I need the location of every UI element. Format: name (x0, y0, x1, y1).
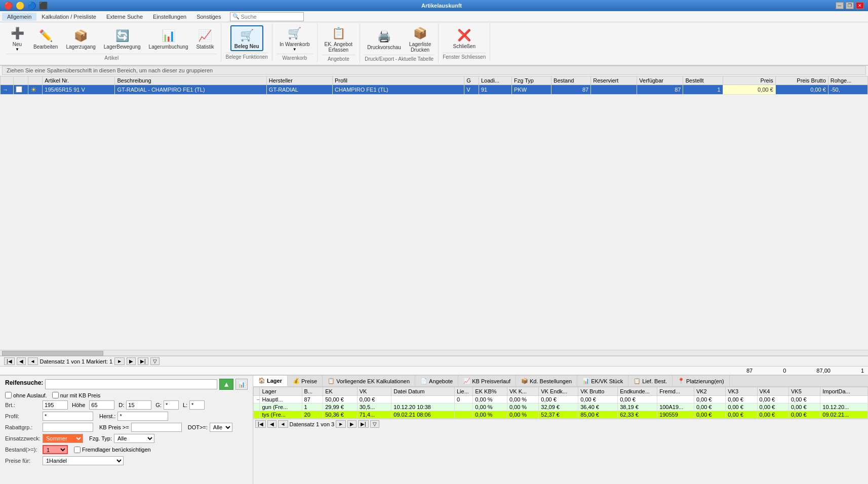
detail-first-button[interactable]: |◀ (255, 420, 266, 428)
reifensuche-input[interactable] (45, 379, 217, 389)
einsatzzweck-select[interactable]: Sommer Winter Alle (43, 434, 83, 443)
search-go-button[interactable]: ▲ (219, 379, 233, 390)
preise-select[interactable]: 1Handel 2Handel (43, 456, 124, 465)
dot-select[interactable]: Alle (210, 423, 232, 432)
ribbon-bearbeiten-button[interactable]: ✏️ Bearbeiten (30, 27, 61, 51)
detail-col-fremd[interactable]: Fremd... (657, 387, 694, 396)
col-rohge[interactable]: Rohge... (828, 76, 867, 85)
g-input[interactable] (164, 400, 179, 410)
menu-allgemein[interactable]: Allgemein (2, 13, 36, 21)
horizontal-scrollbar[interactable] (0, 350, 868, 356)
minimize-button[interactable]: ─ (836, 2, 844, 9)
detail-col-datum[interactable]: Datei Datum (391, 387, 455, 396)
last-page-button[interactable]: ▶| (138, 357, 148, 365)
brt-input[interactable] (43, 400, 68, 410)
detail-col-vk3[interactable]: VK3 (726, 387, 757, 396)
window-close-button[interactable]: ✕ (856, 2, 864, 9)
detail-prev-rec-button[interactable]: ◄ (278, 420, 288, 428)
ribbon-druckvorschau-button[interactable]: 🖨️ Druckvorschau (364, 27, 404, 51)
detail-next-rec-button[interactable]: ► (336, 420, 346, 428)
col-fzg-typ[interactable]: Fzg Typ (512, 76, 551, 85)
detail-table-row[interactable]: tys (Fre... 20 50,36 € 71,4... 09.02.21 … (254, 411, 868, 419)
nur-mit-kb-preis-checkbox[interactable]: nur mit KB Preis (52, 392, 100, 398)
tab-preise[interactable]: 💰 Preise (288, 376, 323, 386)
detail-col-vk-endk[interactable]: VK Endk... (539, 387, 578, 396)
detail-filter-button[interactable]: ▽ (370, 420, 379, 428)
rabattgrp-input[interactable] (43, 423, 93, 432)
ribbon-schliessen-button[interactable]: ❌ Schließen (450, 26, 478, 50)
detail-col-vk4[interactable]: VK4 (757, 387, 788, 396)
col-bestand[interactable]: Bestand (551, 76, 591, 85)
search-chart-button[interactable]: 📊 (235, 379, 248, 390)
l-input[interactable] (189, 400, 205, 410)
tab-lager[interactable]: 🏠 Lager (253, 376, 288, 386)
detail-col-vk2[interactable]: VK2 (694, 387, 725, 396)
col-reserviert[interactable]: Reserviert (591, 76, 637, 85)
search-input[interactable] (241, 14, 301, 20)
col-bestellt[interactable]: Bestellt (683, 76, 723, 85)
ribbon-beleg-neu-button[interactable]: 🛒 Beleg Neu (230, 25, 263, 51)
detail-table-row[interactable]: → Hauptl... 87 50,00 € 0,00 € 0 0,00 % 0… (254, 396, 868, 404)
d-input[interactable] (126, 400, 151, 410)
detail-prev-button[interactable]: ◀ (267, 420, 277, 428)
col-verfugbar[interactable]: Verfügbar (637, 76, 683, 85)
detail-col-b[interactable]: B... (302, 387, 323, 396)
row-checkbox[interactable] (14, 85, 28, 95)
prev-page-button[interactable]: ◀ (17, 357, 26, 365)
detail-col-importda[interactable]: ImportDa... (820, 387, 868, 396)
detail-col-endkunde[interactable]: Endkunde... (618, 387, 657, 396)
ribbon-neu-button[interactable]: ➕ Neu ▼ (6, 24, 28, 53)
menu-kalkulation[interactable]: Kalkulation / Preisliste (36, 13, 101, 21)
detail-col-ek-kb[interactable]: EK KB% (473, 387, 507, 396)
tab-ek-vk[interactable]: 📊 EK/VK Stück (577, 376, 628, 386)
tab-platzierungen[interactable]: 📍 Platzierung(en) (673, 376, 730, 386)
tab-vorliegende[interactable]: 📋 Vorliegende EK Kalkulationen (323, 376, 415, 386)
fzg-typ-select[interactable]: Alle PKW LKW (114, 434, 154, 443)
detail-last-button[interactable]: ▶| (358, 420, 369, 428)
ohne-auslauf-checkbox[interactable]: ohne Auslauf. (5, 392, 47, 398)
bestand-select[interactable]: 1 (43, 445, 68, 454)
ribbon-lagerumbuchung-button[interactable]: 📊 Lagerumbuchung (146, 27, 191, 51)
menu-einstellungen[interactable]: Einstellungen (148, 13, 191, 21)
col-ladeindex[interactable]: Loadi... (479, 76, 511, 85)
col-beschreibung[interactable]: Beschreibung (115, 76, 266, 85)
col-g[interactable]: G (464, 76, 479, 85)
ribbon-lagerbewegung-button[interactable]: 🔄 LagerBewegung (101, 27, 144, 51)
herst-input[interactable] (117, 412, 168, 421)
detail-col-lager[interactable]: Lager (260, 387, 302, 396)
table-row[interactable]: → ☀ 195/65R15 91 V GT-RADIAL - CHAMPIRO … (1, 85, 868, 95)
col-preis[interactable]: Preis (723, 76, 775, 85)
kb-preis-input[interactable] (131, 423, 182, 432)
detail-next-button[interactable]: ▶ (347, 420, 357, 428)
profil-input[interactable] (43, 412, 93, 421)
col-checkbox[interactable] (14, 76, 28, 85)
filter-button[interactable]: ▽ (150, 357, 160, 365)
ribbon-lagerzugang-button[interactable]: 📦 Lagerzugang (63, 27, 98, 51)
ribbon-warenkorb-button[interactable]: 🛒 In Warenkorb ▼ (277, 24, 313, 53)
ribbon-statistik-button[interactable]: 📈 Statistik (193, 27, 217, 51)
col-preis-brutto[interactable]: Preis Brutto (775, 76, 828, 85)
detail-table-row[interactable]: gun (Fre... 1 29,99 € 30,5... 10.12.20 1… (254, 404, 868, 411)
detail-col-vk5[interactable]: VK5 (788, 387, 820, 396)
ribbon-lagerliste-button[interactable]: 📦 LagerlisteDrucken (406, 24, 434, 54)
detail-col-lie[interactable]: Lie... (454, 387, 472, 396)
tab-lief-best[interactable]: 📋 Lief. Best. (628, 376, 673, 386)
fremdlager-checkbox[interactable]: Fremdlager berücksichtigen (74, 447, 151, 453)
prev-record-button[interactable]: ◄ (28, 357, 38, 365)
col-indicator[interactable] (1, 76, 14, 85)
col-artikel-nr[interactable]: Artikel Nr. (43, 76, 115, 85)
tab-kb-preisverlauf[interactable]: 📈 KB Preisverlauf (458, 376, 516, 386)
menu-externe-suche[interactable]: Externe Suche (101, 13, 148, 21)
tab-kd-bestellungen[interactable]: 📦 Kd. Bestellungen (516, 376, 577, 386)
detail-col-ek[interactable]: EK (323, 387, 358, 396)
col-sun[interactable] (28, 76, 43, 85)
detail-col-vk-k[interactable]: VK K... (507, 387, 538, 396)
ribbon-ek-angebot-button[interactable]: 📋 EK. AngebotErfassen (322, 24, 356, 54)
col-profil[interactable]: Profil (332, 76, 464, 85)
first-page-button[interactable]: |◀ (4, 357, 15, 365)
detail-col-vk-brutto[interactable]: VK Brutto (578, 387, 618, 396)
restore-button[interactable]: ❐ (846, 2, 854, 9)
next-record-button[interactable]: ► (114, 357, 125, 365)
next-page-button[interactable]: ▶ (127, 357, 136, 365)
menu-sonstiges[interactable]: Sonstiges (191, 13, 226, 21)
